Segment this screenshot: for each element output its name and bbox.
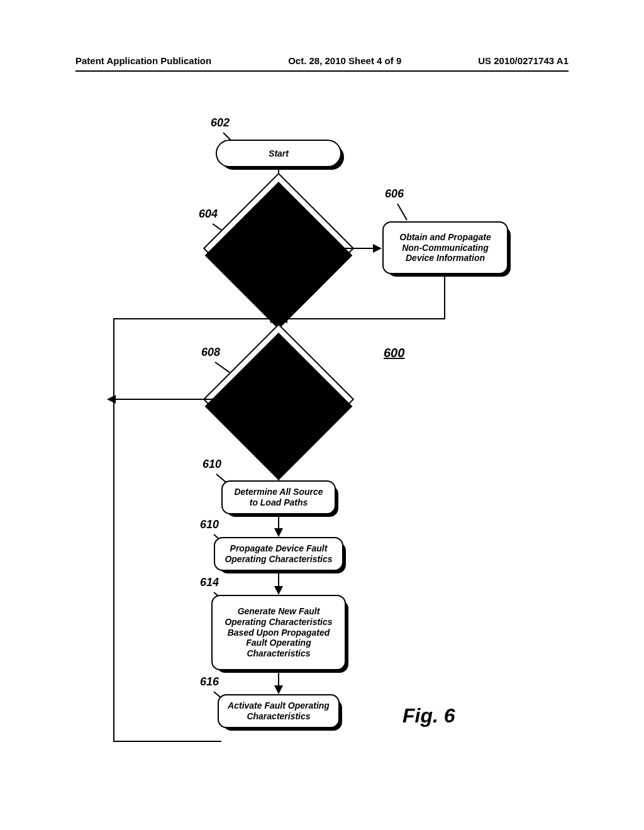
arrow-d2-to-610: [278, 453, 279, 473]
arrowhead-d1-to-606: [373, 244, 382, 253]
process616-text: Activate Fault Operating Characteristics: [226, 700, 331, 722]
arrow-614-to-616: [278, 672, 279, 687]
arrow-606-left: [286, 318, 445, 319]
decision-new-device: New Device, New System Configuration or …: [203, 324, 354, 475]
process-614: Generate New Fault Operating Characteris…: [211, 595, 346, 670]
start-label: Start: [269, 148, 289, 159]
process-616: Activate Fault Operating Characteristics: [218, 694, 340, 728]
ref-614: 614: [200, 576, 219, 589]
arrow-d1-to-606: [343, 248, 374, 249]
decision-noncom-available: Non-Communicating Device Information Ava…: [203, 173, 354, 324]
process-610: Determine All Source to Load Paths: [221, 480, 336, 514]
decision2-text: New Device, New System Configuration or …: [216, 384, 341, 415]
header-rule: [75, 70, 569, 72]
arrowhead-d2-left: [107, 395, 116, 404]
ref-616: 616: [200, 675, 219, 689]
arrow-610-to-612: [278, 516, 279, 529]
leader-608: [214, 362, 230, 373]
arrowhead-d2-to-610: [274, 472, 283, 481]
header-right: US 2010/0271743 A1: [478, 55, 569, 66]
process612-text: Propagate Device Fault Operating Charact…: [223, 543, 335, 565]
arrowhead-614-to-616: [274, 685, 283, 694]
arrowhead-loop-merge: [270, 314, 279, 323]
loop-left: [113, 318, 114, 742]
arrow-d2-left: [114, 399, 215, 400]
page-header: Patent Application Publication Oct. 28, …: [0, 55, 644, 66]
header-left: Patent Application Publication: [75, 55, 211, 66]
start-terminator: Start: [216, 140, 341, 167]
arrow-606-down: [444, 275, 445, 319]
ref-600: 600: [384, 346, 404, 360]
arrowhead-612-to-614: [274, 586, 283, 595]
leader-606: [397, 204, 408, 221]
process614-text: Generate New Fault Operating Characteris…: [220, 606, 337, 659]
ref-606: 606: [385, 187, 404, 201]
process610-text: Determine All Source to Load Paths: [230, 487, 327, 508]
arrowhead-606-merge: [279, 314, 287, 323]
figure-label: Fig. 6: [402, 704, 455, 728]
process606-text: Obtain and Propagate Non-Communicating D…: [391, 232, 499, 263]
decision1-text: Non-Communicating Device Information Ava…: [216, 238, 341, 259]
process-606: Obtain and Propagate Non-Communicating D…: [382, 221, 508, 274]
ref-610b: 610: [200, 518, 219, 531]
ref-602: 602: [211, 116, 230, 130]
loop-bottom: [113, 741, 221, 742]
flowchart-container: 600 602 Start 604 Non-Communicating Devi…: [0, 113, 644, 805]
loop-top: [113, 318, 273, 319]
process-612: Propagate Device Fault Operating Charact…: [214, 537, 343, 571]
ref-604: 604: [199, 208, 218, 221]
arrow-612-to-614: [278, 572, 279, 587]
arrowhead-610-to-612: [274, 528, 283, 537]
ref-608: 608: [201, 346, 220, 359]
ref-610a: 610: [203, 458, 221, 471]
header-center: Oct. 28, 2010 Sheet 4 of 9: [288, 55, 401, 66]
